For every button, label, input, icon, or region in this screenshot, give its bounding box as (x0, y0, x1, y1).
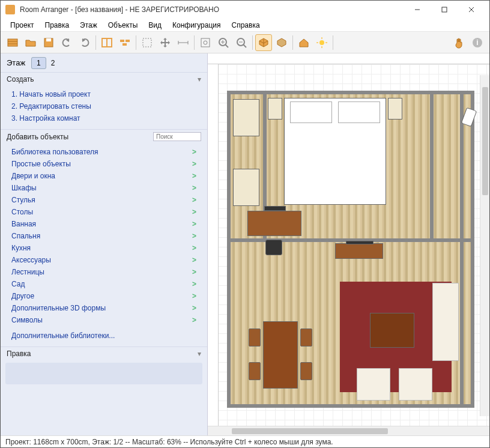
maximize-button[interactable] (431, 1, 458, 18)
wall-interior-v2 (430, 94, 434, 238)
view-3d-icon[interactable] (255, 34, 272, 51)
move-icon[interactable] (157, 34, 174, 51)
svg-point-27 (319, 40, 324, 45)
menu-справка[interactable]: Справка (227, 20, 265, 31)
chevron-down-icon: ▾ (198, 75, 201, 83)
category-link[interactable]: Столы> (9, 206, 199, 218)
closet[interactable] (233, 169, 259, 206)
svg-rect-1 (442, 7, 447, 12)
nightstand[interactable] (388, 98, 402, 120)
house-icon[interactable] (295, 34, 312, 51)
menu-вид[interactable]: Вид (144, 20, 166, 31)
category-link[interactable]: Шкафы> (9, 182, 199, 194)
chevron-right-icon: > (192, 316, 196, 324)
hand-icon[interactable] (451, 34, 468, 51)
scroll-thumb[interactable] (232, 428, 388, 434)
svg-rect-18 (201, 38, 210, 47)
create-link[interactable]: 3. Настройка комнат (9, 112, 199, 124)
edit-panel-body (5, 363, 202, 384)
armchair[interactable] (399, 368, 432, 401)
desk[interactable] (247, 211, 301, 236)
menu-проект[interactable]: Проект (5, 20, 39, 31)
open-icon[interactable] (22, 34, 39, 51)
extra-libraries-link[interactable]: Дополнительные библиотеки... (9, 330, 199, 342)
floor-tab-1[interactable]: 1 (31, 57, 46, 69)
tv[interactable] (346, 241, 374, 244)
category-link[interactable]: Ванная> (9, 218, 199, 230)
minimize-button[interactable] (404, 1, 431, 18)
create-link[interactable]: 2. Редактировать стены (9, 100, 199, 112)
select-icon[interactable] (139, 34, 156, 51)
edit-title: Правка (7, 350, 31, 358)
coffee-table[interactable] (370, 313, 414, 348)
category-link[interactable]: Символы> (9, 314, 199, 326)
scrollbar-horizontal[interactable] (208, 426, 489, 435)
create-link[interactable]: 1. Начать новый проект (9, 88, 199, 100)
category-link[interactable]: Двери и окна> (9, 170, 199, 182)
render-icon[interactable] (273, 34, 290, 51)
light-icon[interactable] (313, 34, 330, 51)
zoom-out-icon[interactable] (233, 34, 250, 51)
category-link[interactable]: Библиотека пользователя> (9, 146, 199, 158)
search-input[interactable] (153, 132, 201, 141)
svg-point-19 (204, 41, 207, 44)
floor-tab-2[interactable]: 2 (46, 58, 60, 68)
category-link[interactable]: Спальня> (9, 230, 199, 242)
create-title: Создать (7, 75, 34, 83)
addobj-title: Добавить объекты (7, 133, 68, 141)
addobj-panel-header[interactable]: Добавить объекты (1, 129, 207, 144)
save-icon[interactable] (40, 34, 57, 51)
menu-объекты[interactable]: Объекты (103, 20, 143, 31)
category-link[interactable]: Стулья> (9, 194, 199, 206)
undo-icon[interactable] (58, 34, 75, 51)
zoom-fit-icon[interactable] (197, 34, 214, 51)
app-icon (5, 5, 15, 14)
redo-icon[interactable] (76, 34, 93, 51)
sofa[interactable] (432, 283, 459, 361)
menu-правка[interactable]: Правка (40, 20, 74, 31)
grid-icon[interactable] (4, 34, 21, 51)
menubar: ПроектПравкаЭтажОбъектыВидКонфигурацияСп… (1, 19, 489, 32)
scroll-thumb[interactable] (482, 87, 488, 195)
pillow (338, 101, 380, 123)
floor-label: Этаж (7, 58, 25, 67)
zoom-in-icon[interactable] (215, 34, 232, 51)
chevron-right-icon: > (192, 148, 196, 156)
armchair[interactable] (357, 368, 390, 401)
tv-stand[interactable] (335, 243, 383, 259)
monitor[interactable] (264, 206, 286, 211)
scrollbar-vertical[interactable] (480, 75, 489, 416)
category-link[interactable]: Другое> (9, 290, 199, 302)
edit-panel-header[interactable]: Правка ▾ (1, 347, 207, 360)
create-panel-header[interactable]: Создать ▾ (1, 72, 207, 86)
svg-rect-11 (120, 40, 124, 42)
office-chair[interactable] (265, 240, 282, 255)
dining-chair[interactable] (249, 328, 261, 347)
dining-chair[interactable] (300, 328, 312, 347)
measure-icon[interactable] (175, 34, 192, 51)
dining-chair[interactable] (249, 362, 261, 380)
category-link[interactable]: Аксессуары> (9, 254, 199, 266)
category-link[interactable]: Сад> (9, 278, 199, 290)
walls-icon[interactable] (98, 34, 115, 51)
category-link[interactable]: Кухня> (9, 242, 199, 254)
chevron-right-icon: > (192, 232, 196, 240)
status-text: Проект: 1168cm x 700cm, Этаж: 1/2 -- Мас… (5, 438, 333, 446)
svg-line-25 (243, 44, 246, 47)
category-link[interactable]: Простые объекты> (9, 158, 199, 170)
svg-rect-13 (122, 43, 127, 46)
menu-этаж[interactable]: Этаж (75, 20, 102, 31)
category-link[interactable]: Лестницы> (9, 266, 199, 278)
floorplan-canvas[interactable] (208, 64, 489, 426)
category-link[interactable]: Дополнительные 3D формы> (9, 302, 199, 314)
close-button[interactable] (458, 1, 485, 18)
dining-table[interactable] (263, 321, 298, 389)
svg-text:i: i (476, 38, 478, 47)
menu-конфигурация[interactable]: Конфигурация (168, 20, 226, 31)
info-icon[interactable]: i (469, 34, 486, 51)
dining-chair[interactable] (300, 362, 312, 380)
closet[interactable] (233, 99, 259, 136)
nightstand[interactable] (268, 98, 282, 120)
chevron-right-icon: > (192, 304, 196, 312)
bricks-icon[interactable] (116, 34, 133, 51)
